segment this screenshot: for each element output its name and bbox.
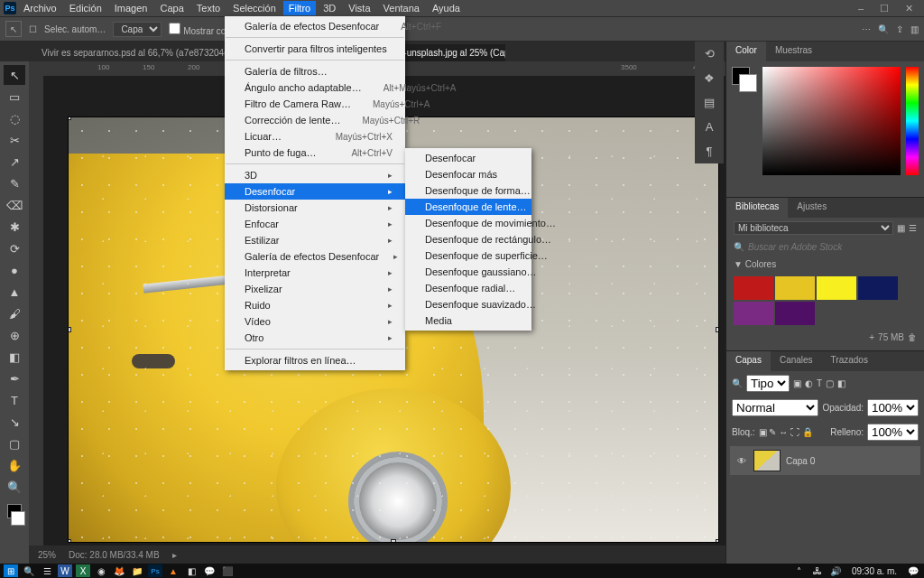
smi-radial[interactable]: Desenfoque radial…	[405, 280, 531, 296]
layer-thumb[interactable]	[753, 450, 781, 471]
transform-handle[interactable]	[69, 327, 71, 332]
tb-app2-icon[interactable]: ⬛	[220, 564, 235, 577]
menu-vista[interactable]: Vista	[343, 1, 375, 15]
transform-handle[interactable]	[69, 539, 71, 542]
menu-imagen[interactable]: Imagen	[109, 1, 153, 15]
menu-filtro[interactable]: Filtro	[283, 1, 316, 15]
tray-up-icon[interactable]: ˄	[792, 564, 807, 577]
mi-last-filter[interactable]: Galería de efectos DesenfocarAlt+Ctrl+F	[225, 18, 405, 34]
smi-suavizado[interactable]: Desenfoque suavizado…	[405, 296, 531, 312]
opt-icon[interactable]: ⋯	[862, 24, 871, 34]
doc-tab-1[interactable]: Vivir es separarnos.psd al 66,7% (a7e873…	[32, 44, 231, 61]
filter-adj-icon[interactable]: ◐	[805, 378, 813, 388]
zoom-level[interactable]: 25%	[38, 550, 56, 560]
layer-kind[interactable]: Tipo	[746, 375, 790, 392]
tool-shape[interactable]: ↘	[4, 412, 25, 432]
mi-enfocar[interactable]: Enfocar	[225, 216, 405, 232]
transform-handle[interactable]	[69, 117, 71, 120]
color-field[interactable]	[762, 67, 901, 175]
tb-skype-icon[interactable]: 💬	[202, 564, 217, 577]
menu-archivo[interactable]: Archivo	[18, 1, 62, 15]
tool-path[interactable]: T	[4, 390, 25, 410]
tray-notifications-icon[interactable]: 💬	[906, 564, 920, 577]
smi-gaussiano[interactable]: Desenfoque gaussiano…	[405, 264, 531, 280]
tray-volume-icon[interactable]: 🔊	[828, 564, 843, 577]
layer-row[interactable]: 👁 Capa 0	[730, 446, 920, 475]
mi-blur-gallery[interactable]: Galería de efectos Desenfocar	[225, 248, 405, 265]
tb-explorer-icon[interactable]: 📁	[130, 564, 144, 577]
opt-panels-icon[interactable]: ▥	[910, 24, 919, 34]
mi-wide-angle[interactable]: Ángulo ancho adaptable…Alt+Mayús+Ctrl+A	[225, 79, 405, 96]
history-icon[interactable]: ⟲	[705, 47, 715, 61]
tool-dodge[interactable]: ⊕	[4, 325, 25, 345]
layer-select[interactable]: Capa	[113, 22, 162, 37]
move-tool-icon[interactable]: ↖	[5, 21, 22, 37]
smi-superficie[interactable]: Desenfoque de superficie…	[405, 247, 531, 264]
swatch-5[interactable]	[734, 302, 773, 325]
swatch-4[interactable]	[858, 276, 898, 300]
tb-chrome-icon[interactable]: ◉	[94, 564, 108, 577]
filter-type-icon[interactable]: T	[817, 378, 822, 388]
lock-icons[interactable]: ▣ ✎ ↔ ⛶ 🔒	[759, 427, 813, 437]
tool-heal[interactable]: ✎	[4, 173, 25, 193]
tool-stamp[interactable]: ✱	[4, 217, 25, 237]
transform-handle[interactable]	[716, 327, 718, 332]
mi-distorsionar[interactable]: Distorsionar	[225, 200, 405, 216]
tray-network-icon[interactable]: 🖧	[810, 564, 825, 577]
tab-bibliotecas[interactable]: Bibliotecas	[726, 198, 788, 218]
smi-rectangulo[interactable]: Desenfoque de rectángulo…	[405, 231, 531, 247]
paragraph-icon[interactable]: ¶	[707, 144, 713, 158]
library-select[interactable]: Mi biblioteca	[734, 221, 893, 235]
character-icon[interactable]: A	[706, 120, 714, 134]
smi-lente[interactable]: Desenfoque de lente…	[405, 199, 531, 215]
mi-3d[interactable]: 3D	[225, 167, 405, 183]
tab-swatches[interactable]: Muestras	[766, 42, 821, 61]
mi-vanishing[interactable]: Punto de fuga…Alt+Ctrl+V	[225, 144, 405, 161]
mi-otro[interactable]: Otro	[225, 330, 405, 346]
layer-visibility-icon[interactable]: 👁	[735, 456, 748, 466]
tool-pen[interactable]: ◧	[4, 347, 25, 367]
tool-zoom[interactable]: ✋	[4, 455, 25, 475]
tool-blur[interactable]: 🖌	[4, 303, 25, 323]
taskbar-clock[interactable]: 09:30 a. m.	[846, 566, 902, 576]
tab-trazados[interactable]: Trazados	[822, 351, 877, 371]
smi-desenfocar-mas[interactable]: Desenfocar más	[405, 166, 531, 182]
colors-section-header[interactable]: ▼ Colores	[726, 256, 924, 273]
smi-forma[interactable]: Desenfoque de forma…	[405, 182, 531, 199]
mi-video[interactable]: Vídeo	[225, 313, 405, 330]
tab-color[interactable]: Color	[726, 42, 766, 61]
mi-estilizar[interactable]: Estilizar	[225, 232, 405, 248]
menu-capa[interactable]: Capa	[154, 1, 189, 15]
lib-list-icon[interactable]: ☰	[909, 223, 917, 233]
menu-3d[interactable]: 3D	[318, 1, 341, 15]
tb-app-icon[interactable]: ◧	[184, 564, 199, 577]
properties-icon[interactable]: ❖	[704, 71, 715, 85]
transform-handle[interactable]	[716, 539, 718, 542]
hue-slider[interactable]	[906, 67, 919, 175]
opacity[interactable]: 100%	[867, 399, 919, 416]
tool-eraser[interactable]: ●	[4, 260, 25, 280]
tb-search-icon[interactable]: 🔍	[22, 564, 36, 577]
lib-add-icon[interactable]: +	[869, 332, 874, 342]
search-placeholder[interactable]: Buscar en Adobe Stock	[748, 242, 842, 252]
background-color[interactable]	[739, 74, 757, 92]
smi-desenfocar[interactable]: Desenfocar	[405, 150, 531, 166]
swatch-1[interactable]	[734, 276, 773, 300]
mi-smart[interactable]: Convertir para filtros inteligentes	[225, 41, 405, 57]
tb-excel-icon[interactable]: X	[76, 564, 90, 577]
mi-lens-corr[interactable]: Corrección de lente…Mayús+Ctrl+R	[225, 112, 405, 128]
layer-name[interactable]: Capa 0	[786, 456, 815, 466]
adjustments-icon[interactable]: ▤	[704, 96, 715, 109]
window-close[interactable]: ✕	[898, 1, 920, 16]
mi-desenfocar[interactable]: Desenfocar	[225, 183, 405, 200]
smi-movimiento[interactable]: Desenfoque de movimiento…	[405, 215, 531, 231]
filter-img-icon[interactable]: ▣	[793, 378, 801, 388]
tool-history[interactable]: ⟳	[4, 238, 25, 258]
filter-smart-icon[interactable]: ◧	[837, 378, 845, 388]
smi-media[interactable]: Media	[405, 312, 531, 329]
menu-seleccion[interactable]: Selección	[227, 1, 282, 15]
mi-gallery[interactable]: Galería de filtros…	[225, 63, 405, 79]
transform-handle[interactable]	[391, 539, 396, 542]
window-minimize[interactable]: –	[851, 1, 871, 15]
tool-marquee[interactable]: ▭	[4, 87, 25, 107]
